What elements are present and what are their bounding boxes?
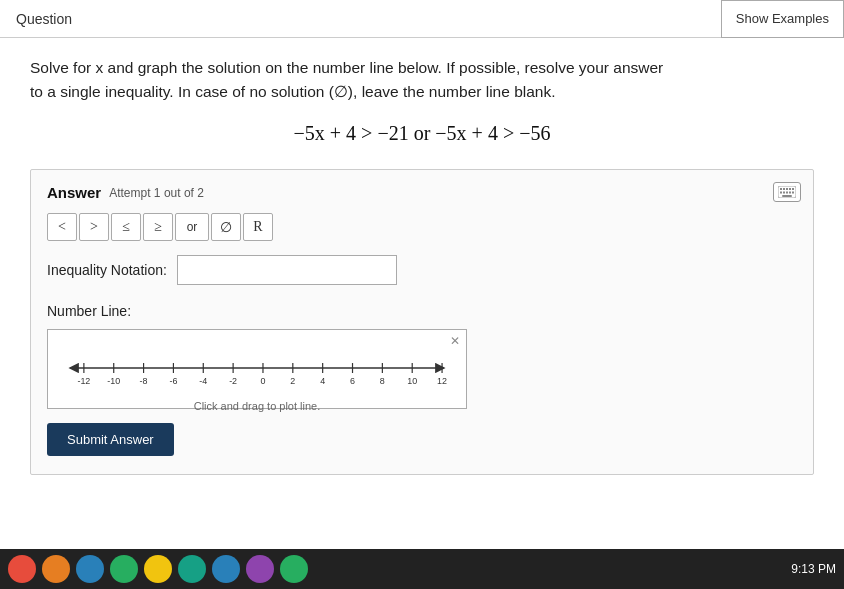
taskbar-icon-9[interactable] [280, 555, 308, 583]
svg-text:-12: -12 [77, 376, 90, 386]
symbol-gte-button[interactable]: ≥ [143, 213, 173, 241]
svg-text:10: 10 [407, 376, 417, 386]
symbol-lt-button[interactable]: < [47, 213, 77, 241]
inequality-notation-input[interactable] [177, 255, 397, 285]
svg-text:-6: -6 [169, 376, 177, 386]
taskbar-icon-3[interactable] [76, 555, 104, 583]
svg-rect-11 [782, 195, 792, 197]
taskbar-icon-4[interactable] [110, 555, 138, 583]
attempt-label: Attempt 1 out of 2 [109, 186, 204, 200]
taskbar-icon-7[interactable] [212, 555, 240, 583]
answer-label: Answer [47, 184, 101, 201]
taskbar: 9:13 PM [0, 549, 844, 589]
svg-rect-4 [789, 188, 791, 190]
number-line-container[interactable]: ✕ -12 [47, 329, 467, 409]
symbol-empty-button[interactable]: ∅ [211, 213, 241, 241]
svg-rect-1 [780, 188, 782, 190]
taskbar-icon-5[interactable] [144, 555, 172, 583]
taskbar-icon-2[interactable] [42, 555, 70, 583]
svg-text:-10: -10 [107, 376, 120, 386]
svg-text:-2: -2 [229, 376, 237, 386]
close-icon[interactable]: ✕ [450, 334, 460, 348]
symbol-lte-button[interactable]: ≤ [111, 213, 141, 241]
submit-answer-button[interactable]: Submit Answer [47, 423, 174, 456]
svg-text:0: 0 [260, 376, 265, 386]
problem-line1: Solve for x and graph the solution on th… [30, 59, 663, 76]
equation-display: −5x + 4 > −21 or −5x + 4 > −56 [30, 122, 814, 145]
svg-text:12: 12 [437, 376, 447, 386]
taskbar-icon-6[interactable] [178, 555, 206, 583]
keyboard-icon[interactable] [773, 182, 801, 202]
svg-text:-8: -8 [140, 376, 148, 386]
svg-text:8: 8 [380, 376, 385, 386]
equation-text: −5x + 4 > −21 or −5x + 4 > −56 [294, 122, 551, 144]
taskbar-icon-1[interactable] [8, 555, 36, 583]
answer-header: Answer Attempt 1 out of 2 [47, 184, 797, 201]
svg-text:2: 2 [290, 376, 295, 386]
top-bar: Question Show Examples [0, 0, 844, 38]
svg-text:4: 4 [320, 376, 325, 386]
click-drag-text: Click and drag to plot line. [60, 400, 454, 412]
svg-rect-9 [789, 192, 791, 194]
symbol-buttons: < > ≤ ≥ or ∅ R [47, 213, 797, 241]
symbol-gt-button[interactable]: > [79, 213, 109, 241]
taskbar-time: 9:13 PM [791, 562, 836, 576]
svg-rect-2 [783, 188, 785, 190]
svg-text:-4: -4 [199, 376, 207, 386]
taskbar-icon-8[interactable] [246, 555, 274, 583]
question-label: Question [16, 11, 72, 27]
svg-rect-3 [786, 188, 788, 190]
inequality-notation-row: Inequality Notation: [47, 255, 797, 285]
main-container: Question Show Examples Solve for x and g… [0, 0, 844, 550]
number-line-label: Number Line: [47, 303, 797, 319]
show-examples-button[interactable]: Show Examples [721, 0, 844, 38]
symbol-or-button[interactable]: or [175, 213, 209, 241]
svg-rect-5 [792, 188, 794, 190]
problem-line2: to a single inequality. In case of no so… [30, 83, 556, 100]
svg-rect-10 [792, 192, 794, 194]
svg-rect-7 [783, 192, 785, 194]
answer-section: Answer Attempt 1 out of 2 [30, 169, 814, 475]
number-line-svg[interactable]: -12 -10 -8 -6 -4 -2 [60, 344, 454, 394]
symbol-R-button[interactable]: R [243, 213, 273, 241]
svg-rect-8 [786, 192, 788, 194]
inequality-notation-label: Inequality Notation: [47, 262, 167, 278]
svg-rect-6 [780, 192, 782, 194]
content-area: Solve for x and graph the solution on th… [0, 38, 844, 495]
svg-text:6: 6 [350, 376, 355, 386]
problem-text: Solve for x and graph the solution on th… [30, 56, 814, 104]
